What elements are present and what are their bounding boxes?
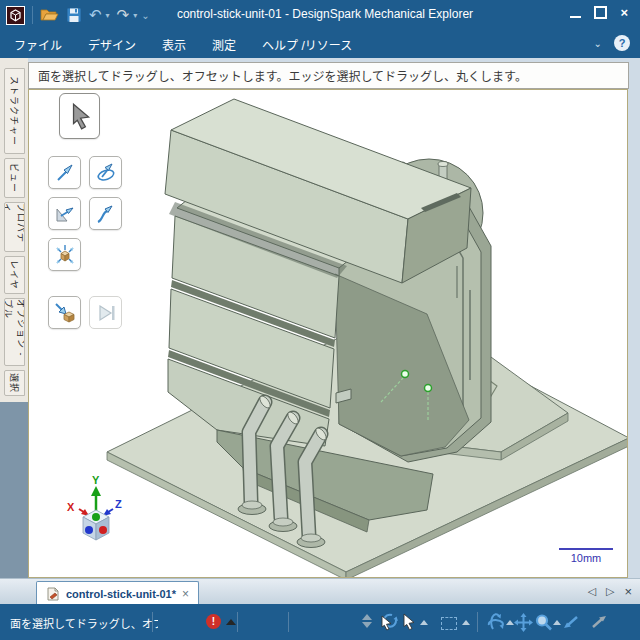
document-tab-active[interactable]: control-stick-unit-01* × — [36, 581, 199, 606]
open-folder-icon[interactable] — [40, 7, 59, 23]
close-button[interactable]: × — [620, 6, 628, 19]
save-icon[interactable] — [66, 7, 82, 23]
window-title: control-stick-unit-01 - DesignSpark Mech… — [175, 7, 475, 21]
redo-dropdown-icon[interactable]: ▾ — [133, 11, 137, 20]
cursor-icon — [67, 102, 93, 130]
divider — [288, 612, 289, 632]
box-select-expand-icon[interactable] — [462, 620, 470, 625]
rotate-icon — [94, 161, 118, 185]
orbit-icon[interactable] — [486, 613, 505, 632]
scale-bar: 10mm — [559, 549, 613, 564]
select-tool-button[interactable] — [59, 93, 100, 139]
tab-close-icon[interactable]: × — [624, 584, 632, 599]
ribbon-collapse-icon[interactable]: ⌄ — [594, 38, 602, 49]
tab-views[interactable]: ビュー — [4, 158, 25, 198]
vertex-marker[interactable] — [425, 385, 432, 392]
undo-dropdown-icon[interactable]: ▾ — [106, 11, 110, 20]
axis-x-label: X — [67, 501, 75, 513]
alert-expand-icon[interactable] — [226, 619, 236, 625]
pull-to-target-tool-button[interactable] — [48, 296, 81, 329]
axis-y-label: Y — [92, 474, 100, 486]
zoom-expand-icon[interactable] — [553, 620, 561, 625]
tool-hint-bar: 面を選択してドラッグし、オフセットします。エッジを選択してドラッグし、丸くします… — [28, 62, 629, 89]
menu-measure[interactable]: 測定 — [212, 36, 236, 53]
document-tab-bar: control-stick-unit-01* × ◁ ▷ × — [0, 578, 640, 604]
panel-tab-strip: ストラクチャー ビュー プロパティ レイヤ オプション - プル 選択 — [0, 58, 28, 604]
document-icon — [46, 587, 60, 601]
document-tab-close-icon[interactable]: × — [182, 588, 189, 600]
tab-properties[interactable]: プロパティ — [4, 202, 25, 252]
pan-icon[interactable] — [514, 613, 533, 632]
menu-help-resources[interactable]: ヘルプ /リソース — [262, 36, 352, 53]
complete-tool-button — [89, 296, 122, 329]
rotate-tool-button[interactable] — [89, 156, 122, 189]
menu-display[interactable]: 表示 — [162, 36, 186, 53]
divider — [32, 6, 33, 24]
axis-triad: Y X Z — [67, 474, 122, 540]
pull-arrow-icon — [54, 162, 76, 184]
select-mode-expand-icon[interactable] — [420, 620, 428, 625]
undo-icon[interactable]: ↶ — [89, 6, 102, 24]
sweep-tool-button[interactable] — [89, 197, 122, 230]
select-cursor-icon[interactable] — [402, 613, 416, 631]
status-bar: 面を選択してドラッグし、オフセットします。 ! — [0, 604, 640, 640]
scale-label: 10mm — [571, 552, 602, 564]
app-cube-icon[interactable] — [6, 6, 25, 25]
pull-direction-tool-button[interactable] — [48, 156, 81, 189]
document-tab-label: control-stick-unit-01* — [66, 588, 176, 600]
next-view-icon[interactable] — [590, 613, 608, 631]
previous-view-icon[interactable] — [562, 613, 580, 631]
customize-quick-access-icon[interactable]: ⌄ — [141, 10, 149, 21]
minimize-button[interactable] — [570, 16, 581, 18]
menu-file[interactable]: ファイル — [14, 36, 62, 53]
play-icon — [94, 301, 118, 325]
arrow-to-cube-icon — [53, 301, 77, 325]
fill-icon — [53, 202, 77, 226]
tab-structure[interactable]: ストラクチャー — [4, 68, 25, 154]
status-prompt: 面を選択してドラッグし、オフセットします。 — [10, 615, 158, 631]
box-select-icon[interactable] — [441, 617, 457, 630]
alert-icon[interactable]: ! — [206, 614, 221, 629]
divider — [477, 612, 478, 632]
move-tool-button[interactable] — [48, 238, 81, 271]
axis-z-label: Z — [115, 498, 122, 510]
designspark-window: ↶ ▾ ↷ ▾ ⌄ control-stick-unit-01 - Design… — [0, 0, 640, 640]
divider — [152, 612, 153, 632]
fill-tool-button[interactable] — [48, 197, 81, 230]
help-icon[interactable]: ? — [614, 35, 630, 51]
title-bar: ↶ ▾ ↷ ▾ ⌄ control-stick-unit-01 - Design… — [0, 0, 640, 30]
redo-icon[interactable]: ↷ — [117, 6, 130, 24]
tab-options-pull[interactable]: オプション - プル — [4, 298, 25, 366]
tab-layers[interactable]: レイヤ — [4, 256, 25, 294]
divider — [237, 612, 238, 632]
zoom-icon[interactable] — [534, 613, 553, 632]
menu-bar: ファイル デザイン 表示 測定 ヘルプ /リソース ⌄ ? — [0, 30, 640, 58]
scroll-updown-icon[interactable] — [362, 614, 372, 628]
tool-hint-text: 面を選択してドラッグし、オフセットします。エッジを選択してドラッグし、丸くします… — [38, 67, 527, 84]
tab-scroll-right-icon[interactable]: ▷ — [606, 585, 614, 598]
menu-design[interactable]: デザイン — [88, 36, 136, 53]
move-cube-icon — [53, 243, 77, 267]
design-viewport[interactable]: Y X Z 10mm — [28, 89, 628, 578]
sweep-icon — [94, 202, 118, 226]
maximize-button[interactable] — [594, 6, 607, 19]
tab-scroll-left-icon[interactable]: ◁ — [587, 585, 595, 598]
vertex-marker[interactable] — [402, 371, 409, 378]
orbit-expand-icon[interactable] — [506, 620, 514, 625]
select-spin-icon[interactable] — [379, 613, 399, 632]
tab-selection[interactable]: 選択 — [4, 370, 25, 396]
